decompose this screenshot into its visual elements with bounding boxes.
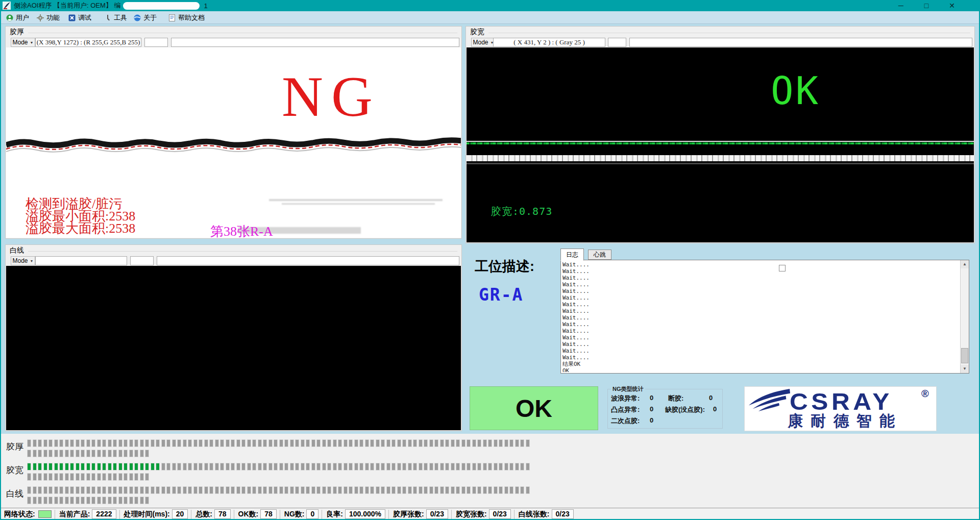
indicator-cell	[231, 439, 235, 447]
indicator-cell	[311, 486, 315, 494]
menu-item-about[interactable]: 关于	[132, 12, 159, 23]
statusbar-label: 总数:	[195, 510, 212, 519]
indicator-cell	[376, 439, 380, 447]
indicator-row	[27, 486, 530, 494]
indicator-cell	[156, 439, 160, 447]
indicator-cell	[515, 463, 519, 471]
indicator-cell	[48, 473, 53, 481]
indicator-cell	[451, 486, 455, 494]
stat-label: 二次点胶:	[611, 416, 640, 426]
indicator-cell	[76, 439, 80, 447]
indicator-cell	[129, 439, 133, 447]
overall-result-button[interactable]: OK	[470, 386, 598, 430]
log-scrollbar[interactable]: ▲ ▼	[960, 260, 969, 373]
scrollbar-thumb[interactable]	[961, 348, 968, 363]
indicator-cell	[70, 450, 74, 457]
tab-log[interactable]: 日志	[560, 249, 584, 261]
about-icon	[134, 14, 141, 21]
group-title: NG类型统计	[611, 385, 645, 393]
indicator-cell	[499, 463, 503, 471]
log-line: OK	[562, 367, 959, 372]
scroll-down-icon[interactable]: ▼	[961, 365, 969, 373]
indicator-cell	[177, 463, 181, 471]
statusbar-label: 胶厚张数:	[393, 510, 424, 519]
indicator-cell	[509, 463, 513, 471]
indicator-cell	[161, 486, 165, 494]
indicator-cell	[166, 486, 170, 494]
indicator-cell	[172, 439, 176, 447]
minimize-button[interactable]: ─	[892, 0, 910, 11]
edge-line-graphic	[467, 141, 974, 142]
log-option-checkbox[interactable]	[779, 265, 786, 271]
indicator-cell	[193, 439, 198, 447]
indicator-cell	[108, 486, 112, 494]
statusbar-value: 78	[260, 509, 277, 519]
indicator-cell	[188, 486, 192, 494]
indicator-cell	[252, 486, 256, 494]
app-icon	[3, 2, 11, 10]
indicator-cell	[520, 486, 524, 494]
indicator-cell	[215, 463, 219, 471]
indicator-zone: 胶厚胶宽白线	[0, 434, 980, 508]
indicator-cell	[151, 486, 155, 494]
indicator-cell	[91, 497, 95, 504]
stat-label: 缺胶(没点胶):	[665, 405, 705, 414]
indicator-cell	[284, 439, 288, 447]
indicator-label: 白线	[6, 488, 23, 500]
maximize-button[interactable]: □	[917, 0, 936, 11]
menu-item-debug[interactable]: 调试	[66, 12, 93, 23]
indicator-cell	[477, 439, 481, 447]
indicator-cell	[124, 463, 128, 471]
indicator-cell	[97, 450, 101, 457]
indicator-cell	[209, 439, 213, 447]
brand-subtitle: 康耐德智能	[788, 411, 902, 432]
indicator-cell	[81, 439, 85, 447]
indicator-cell	[381, 463, 385, 471]
mode-dropdown[interactable]: Mode ▼	[471, 38, 496, 47]
indicator-cell	[27, 473, 31, 481]
mode-dropdown[interactable]: Mode ▼	[11, 256, 35, 265]
indicator-cell	[145, 473, 149, 481]
whiteline-image	[6, 266, 461, 430]
indicator-cell	[419, 439, 423, 447]
indicator-cell	[445, 463, 449, 471]
indicator-cell	[413, 486, 417, 494]
help-doc-icon	[168, 14, 176, 21]
indicator-cell	[311, 439, 315, 447]
statusbar-divider	[451, 510, 452, 519]
menu-item-user[interactable]: 用户	[4, 12, 31, 23]
indicator-cell	[483, 486, 487, 494]
menu-item-help-doc[interactable]: 帮助文档	[166, 12, 207, 23]
statusbar-value: 20	[172, 509, 188, 519]
mode-dropdown[interactable]: Mode ▼	[11, 38, 35, 47]
log-line: Wait....	[562, 281, 959, 288]
statusbar-label: 处理时间(ms):	[124, 510, 170, 519]
statusbar-value: 0/23	[426, 509, 448, 519]
indicator-cell	[488, 463, 492, 471]
indicator-cell	[86, 450, 90, 457]
toolbar-box-wide	[157, 256, 459, 265]
indicator-cell	[440, 463, 444, 471]
menu-item-label: 工具	[114, 13, 127, 22]
indicator-cell	[434, 439, 438, 447]
indicator-cell	[145, 439, 149, 447]
statusbar-label: OK数:	[238, 510, 259, 519]
menu-item-functions[interactable]: 功能	[35, 12, 62, 23]
tab-heartbeat[interactable]: 心跳	[588, 250, 611, 260]
indicator-cell	[236, 439, 240, 447]
log-entries: Wait....Wait....Wait....Wait....Wait....…	[562, 261, 959, 372]
scroll-up-icon[interactable]: ▲	[961, 260, 969, 268]
menu-item-tools[interactable]: 工具	[102, 12, 129, 23]
indicator-cell	[70, 463, 74, 471]
indicator-cell	[504, 439, 508, 447]
indicator-row	[27, 463, 530, 471]
close-button[interactable]: ✕	[943, 0, 961, 11]
log-line: Wait....	[562, 301, 959, 308]
indicator-cell	[370, 439, 374, 447]
indicator-cell	[97, 497, 101, 504]
indicator-cell	[279, 439, 283, 447]
indicator-cell	[397, 463, 401, 471]
indicator-cell	[499, 486, 503, 494]
log-line: Wait....	[562, 348, 959, 354]
toolbar-box-small	[130, 256, 154, 265]
